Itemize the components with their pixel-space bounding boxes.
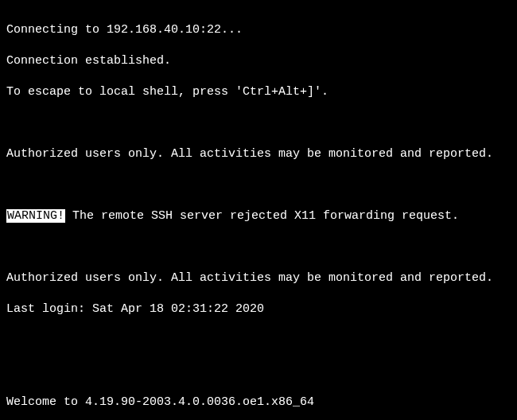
terminal-output[interactable]: Connecting to 192.168.40.10:22... Connec… — [6, 6, 511, 420]
auth-message-line: Authorized users only. All activities ma… — [6, 146, 511, 162]
blank-line — [6, 115, 511, 131]
blank-line — [6, 239, 511, 255]
connection-established-line: Connection established. — [6, 53, 511, 69]
blank-line — [6, 364, 511, 379]
warning-text: The remote SSH server rejected X11 forwa… — [65, 209, 459, 223]
welcome-line: Welcome to 4.19.90-2003.4.0.0036.oe1.x86… — [6, 395, 511, 410]
auth-message-line-2: Authorized users only. All activities ma… — [6, 270, 511, 286]
blank-line — [6, 332, 511, 348]
last-login-line: Last login: Sat Apr 18 02:31:22 2020 — [6, 301, 511, 317]
warning-line: WARNING! The remote SSH server rejected … — [6, 208, 511, 224]
connecting-line: Connecting to 192.168.40.10:22... — [6, 22, 511, 38]
warning-badge: WARNING! — [6, 209, 65, 223]
escape-hint-line: To escape to local shell, press 'Ctrl+Al… — [6, 84, 511, 100]
blank-line — [6, 177, 511, 193]
